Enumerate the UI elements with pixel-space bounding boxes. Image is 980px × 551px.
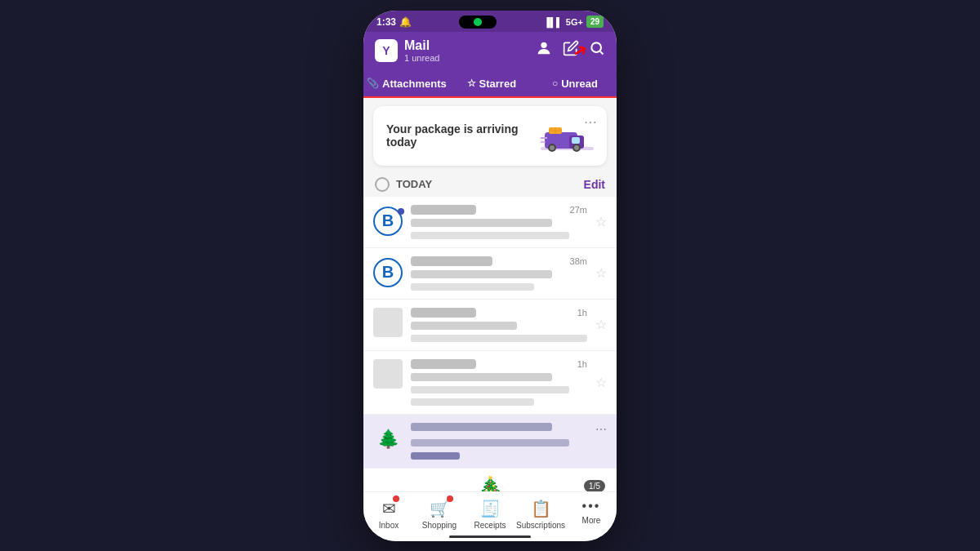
svg-rect-6 <box>572 137 580 144</box>
sender-name <box>411 359 476 369</box>
nav-inbox[interactable]: ✉ Inbox <box>363 499 414 530</box>
email-time: 27m <box>570 205 587 215</box>
email-list: B 27m ☆ B 38m ☆ <box>363 197 617 469</box>
inbox-icon: ✉ <box>382 499 396 518</box>
svg-point-10 <box>574 145 579 150</box>
tab-starred-label: Starred <box>479 78 517 90</box>
email-preview <box>411 232 569 239</box>
battery-indicator: 29 <box>586 16 604 28</box>
app-header: Y Mail 1 unread ➜ <box>363 32 617 71</box>
section-header-today: TODAY Edit <box>363 174 617 197</box>
email-content: 38m <box>411 256 587 291</box>
star-button[interactable]: ☆ <box>595 265 607 281</box>
dynamic-island <box>459 16 497 29</box>
email-subject <box>411 270 552 278</box>
avatar: 🌲 <box>373 424 403 454</box>
email-time: 38m <box>570 256 587 266</box>
tab-starred[interactable]: ☆ Starred <box>450 71 533 96</box>
avatar <box>373 359 403 389</box>
receipts-icon: 🧾 <box>480 499 501 518</box>
email-subject <box>411 322 517 330</box>
header-left: Y Mail 1 unread <box>375 38 439 63</box>
email-subject <box>411 219 552 227</box>
email-content: 1h <box>411 359 587 406</box>
email-subject <box>411 423 552 431</box>
email-item[interactable]: B 27m ☆ <box>363 197 617 248</box>
unread-indicator <box>398 208 404 215</box>
nav-inbox-label: Inbox <box>379 521 399 530</box>
nav-shopping-label: Shopping <box>422 521 457 530</box>
tab-attachments-label: Attachments <box>382 78 447 90</box>
email-content: 1h <box>411 308 587 342</box>
section-label: TODAY <box>396 178 577 190</box>
page-indicator: 1/5 <box>584 480 605 492</box>
more-options-button[interactable]: ⋯ <box>595 423 607 436</box>
time-display: 1:33 <box>376 16 396 28</box>
status-right: ▐▌▌ 5G+ 29 <box>543 16 604 28</box>
bottom-navigation: ✉ Inbox 🛒 Shopping 🧾 Receipts 📋 Subscrip… <box>363 491 617 541</box>
email-item[interactable]: 1h ☆ <box>363 300 617 351</box>
nav-subscriptions[interactable]: 📋 Subscriptions <box>515 499 566 530</box>
svg-line-2 <box>600 51 604 55</box>
app-title: Mail <box>404 38 439 53</box>
header-title-group: Mail 1 unread <box>404 38 439 63</box>
status-bar: 1:33 🔔 ▐▌▌ 5G+ 29 <box>363 11 617 32</box>
subscriptions-icon: 📋 <box>531 499 551 518</box>
star-icon: ☆ <box>467 78 476 89</box>
nav-more[interactable]: ••• More <box>566 499 617 530</box>
nav-receipts-label: Receipts <box>474 521 506 530</box>
home-indicator <box>449 535 531 538</box>
bell-icon: 🔔 <box>399 16 412 28</box>
inbox-badge <box>393 495 399 502</box>
email-preview <box>411 386 569 393</box>
tab-unread[interactable]: ○ Unread <box>533 71 617 96</box>
email-preview <box>411 335 587 342</box>
nav-subscriptions-label: Subscriptions <box>516 521 565 530</box>
email-preview-2 <box>411 398 534 406</box>
promo-more-icon[interactable]: ⋯ <box>584 114 597 130</box>
nav-receipts[interactable]: 🧾 Receipts <box>465 499 515 530</box>
status-left: 1:33 🔔 <box>376 16 412 28</box>
nav-more-label: More <box>582 516 601 525</box>
shopping-badge <box>447 495 453 502</box>
shopping-icon: 🛒 <box>430 499 450 518</box>
edit-button[interactable]: Edit <box>584 178 605 191</box>
star-button[interactable]: ☆ <box>595 317 607 332</box>
header-actions <box>535 39 605 61</box>
avatar-icon[interactable] <box>535 39 553 61</box>
section-select-circle[interactable] <box>375 177 390 192</box>
email-content <box>411 423 587 460</box>
network-label: 5G+ <box>566 17 583 27</box>
email-tag <box>411 452 460 460</box>
svg-point-8 <box>550 145 555 150</box>
promo-banner[interactable]: Your package is arriving today <box>373 106 607 166</box>
email-subject <box>411 373 552 381</box>
star-button[interactable]: ☆ <box>595 214 607 229</box>
tab-unread-label: Unread <box>561 78 598 90</box>
attachment-icon: 📎 <box>367 78 379 89</box>
email-content: 27m <box>411 205 587 239</box>
signal-bars-icon: ▐▌▌ <box>543 17 562 27</box>
email-item[interactable]: 1h ☆ <box>363 351 617 415</box>
sender-name <box>411 205 476 215</box>
filter-bar: 📎 Attachments ☆ Starred ○ Unread <box>363 71 617 98</box>
yahoo-logo: Y <box>375 39 398 62</box>
email-item[interactable]: B 38m ☆ <box>363 248 617 300</box>
svg-point-1 <box>591 42 601 52</box>
avatar: B <box>373 258 403 287</box>
sender-name <box>411 256 492 266</box>
tab-attachments[interactable]: 📎 Attachments <box>363 71 450 96</box>
avatar <box>373 308 403 337</box>
email-time: 1h <box>577 308 587 318</box>
circle-icon: ○ <box>552 78 558 89</box>
active-indicator <box>474 18 482 26</box>
email-time: 1h <box>577 359 587 369</box>
email-item-highlighted[interactable]: 🌲 ⋯ <box>363 415 617 469</box>
email-preview <box>411 283 534 291</box>
nav-shopping[interactable]: 🛒 Shopping <box>414 499 465 530</box>
search-icon[interactable] <box>589 40 605 60</box>
star-button[interactable]: ☆ <box>595 375 607 390</box>
unread-count: 1 unread <box>404 53 439 63</box>
sender-name <box>411 308 476 318</box>
more-icon: ••• <box>582 499 601 513</box>
